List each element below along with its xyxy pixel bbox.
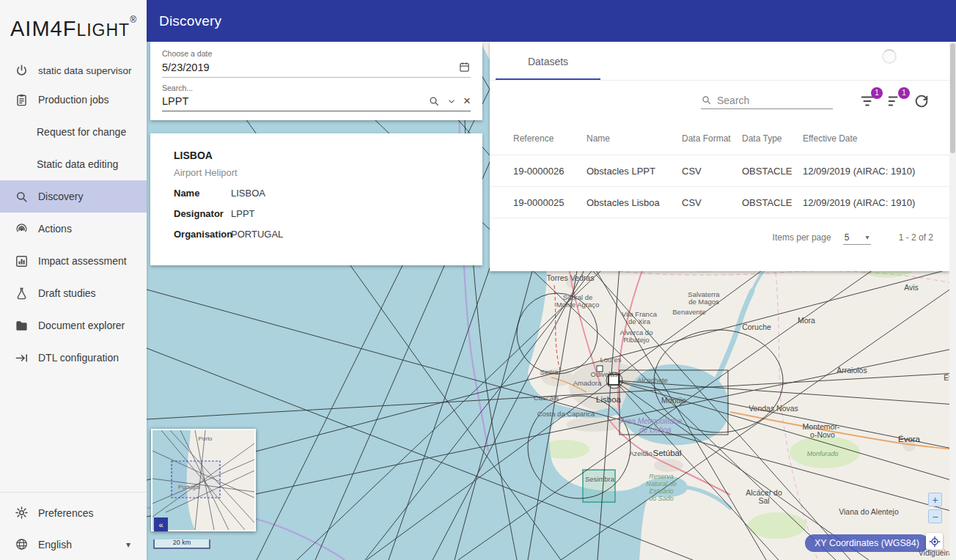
map-place-label: Amadora — [573, 379, 602, 387]
map-place-label: Vendas Novas — [749, 404, 798, 413]
filter-count-badge: 1 — [871, 87, 883, 99]
sidebar-item-static-data-editing[interactable]: Static data editing — [0, 148, 147, 180]
locate-button[interactable] — [926, 533, 943, 550]
feature-field-row: NameLISBOA — [174, 188, 459, 199]
search-icon — [701, 95, 712, 106]
sort-button[interactable]: 1 — [886, 93, 903, 111]
map-place-label: de Lisboa — [639, 426, 672, 434]
feature-subtitle: Airport Heliport — [174, 167, 459, 178]
sidebar-item-draft-studies[interactable]: Draft studies — [0, 277, 147, 309]
table-cell: 19-0000025 — [513, 197, 587, 208]
logo-registered-mark: ® — [130, 15, 136, 25]
feature-field-label: Designator — [174, 208, 231, 219]
map-place-label: Área Metropolitana — [619, 416, 683, 425]
datasets-pagination: Items per page 5 ▾ 1 - 2 of 2 — [490, 218, 949, 257]
feature-fields: NameLISBOADesignatorLPPTOrganisationPORT… — [174, 188, 459, 240]
table-cell: 12/09/2019 (AIRAC: 1910) — [803, 166, 938, 177]
feature-result-card: LISBOA Airport Heliport NameLISBOADesign… — [150, 133, 482, 265]
language-selector[interactable]: English ▾ — [0, 528, 147, 560]
zoom-out-button[interactable]: − — [928, 509, 942, 523]
scrollbar-thumb[interactable] — [950, 43, 955, 153]
overview-minimap[interactable]: PortoPortugal — [151, 429, 256, 531]
logo-text-tail: LIGHT — [76, 21, 130, 40]
map-place-label: Coruche — [742, 323, 771, 331]
sidebar-item-discovery[interactable]: Discovery — [0, 180, 147, 213]
zoom-in-button[interactable]: + — [928, 493, 942, 506]
map-place-label: Costa da Caparica — [537, 410, 595, 418]
datasets-table-body: 19-0000026Obstacles LPPTCSVOBSTACLE12/09… — [490, 155, 949, 218]
map-place-label: Setúbal — [652, 449, 681, 457]
pagination-range: 1 - 2 of 2 — [899, 232, 933, 243]
map-place-label: Avis — [904, 283, 919, 292]
sidebar: AIM4FLIGHT® static data supervisor Produ… — [0, 0, 147, 560]
coordinates-badge[interactable]: XY Coordinates (WGS84) — [805, 534, 929, 552]
gear-icon — [15, 506, 29, 520]
sidebar-item-actions[interactable]: Actions — [0, 213, 147, 245]
table-row[interactable]: 19-0000025Obstacles LisboaCSVOBSTACLE12/… — [490, 186, 949, 218]
map-scalebar: 20 km — [153, 539, 210, 549]
tab-datasets[interactable]: Datasets — [496, 42, 600, 81]
map-place-label: Reserva — [649, 473, 674, 480]
sidebar-item-label: Request for change — [37, 126, 126, 138]
crosshair-icon — [929, 536, 941, 548]
feature-title: LISBOA — [174, 150, 459, 161]
search-field-label: Search... — [162, 84, 471, 92]
feature-field-value: LISBOA — [231, 188, 265, 199]
minimap-collapse-button[interactable]: « — [154, 517, 168, 531]
user-role-row[interactable]: static data supervisor — [0, 57, 147, 84]
refresh-button[interactable] — [913, 93, 930, 111]
map-place-label: Mora — [798, 316, 815, 325]
calendar-icon[interactable] — [458, 61, 471, 73]
table-cell: OBSTACLE — [742, 197, 803, 208]
datasets-header-row: ReferenceNameData FormatData TypeEffecti… — [490, 122, 949, 155]
map-place-label: Estuário — [649, 487, 673, 495]
map-place-label: de Xira — [628, 317, 651, 325]
items-per-page-label: Items per page — [773, 232, 831, 243]
table-cell: CSV — [682, 197, 742, 208]
sidebar-item-label: Discovery — [38, 191, 83, 202]
sidebar-item-impact-assessment[interactable]: Impact assessment — [0, 245, 147, 277]
sidebar-item-request-for-change[interactable]: Request for change — [0, 116, 147, 148]
map-place-label: Azeitão — [629, 449, 652, 457]
minimap-viewport-box[interactable] — [172, 461, 220, 498]
chevron-down-icon: ▾ — [126, 539, 147, 550]
assignment-icon — [15, 93, 29, 107]
chevron-down-icon[interactable] — [446, 96, 457, 106]
power-icon — [15, 64, 29, 78]
feature-search-input[interactable] — [162, 95, 428, 107]
sidebar-item-document-explorer[interactable]: Document explorer — [0, 309, 147, 342]
map-place-label: o-Novo — [810, 430, 835, 439]
map-place-label: Sintra — [540, 368, 559, 376]
user-role-label: static data supervisor — [38, 65, 132, 76]
active-tab-underline — [496, 78, 600, 80]
date-input[interactable] — [162, 62, 458, 73]
table-cell: Obstacles LPPT — [587, 166, 682, 177]
feature-field-row: OrganisationPORTUGAL — [174, 229, 459, 240]
column-header: Data Format — [682, 133, 742, 144]
search-icon[interactable] — [428, 95, 440, 107]
feature-field-value: PORTUGAL — [231, 229, 283, 240]
sidebar-item-dtl-configuration[interactable]: DTL configuration — [0, 342, 147, 374]
sidebar-item-label: Production jobs — [38, 94, 109, 106]
datasets-panel: Datasets 1 — [490, 42, 949, 271]
clear-search-icon[interactable]: × — [463, 96, 471, 106]
language-value: English — [38, 539, 72, 550]
preferences-item[interactable]: Preferences — [0, 497, 147, 528]
scrollbar-track[interactable] — [949, 42, 956, 560]
feature-field-label: Organisation — [174, 229, 231, 240]
map-place-label: Monfurado — [806, 450, 838, 457]
datasets-tab-row: Datasets — [490, 42, 949, 81]
map-place-label: Monte Agraço — [556, 301, 600, 309]
items-per-page-value: 5 — [845, 232, 850, 243]
feature-field-label: Name — [174, 188, 231, 199]
table-row[interactable]: 19-0000026Obstacles LPPTCSVOBSTACLE12/09… — [490, 155, 949, 186]
search-icon — [15, 190, 29, 204]
sidebar-item-production-jobs[interactable]: Production jobs — [0, 84, 147, 116]
sidebar-menu: Production jobsRequest for changeStatic … — [0, 84, 147, 374]
datasets-search-box[interactable] — [701, 95, 833, 109]
datasets-search-input[interactable] — [717, 95, 850, 106]
items-per-page-select[interactable]: 5 ▾ — [843, 231, 871, 245]
filter-button[interactable]: 1 — [858, 93, 876, 111]
chart-icon — [15, 254, 29, 268]
sidebar-item-label: Actions — [38, 223, 72, 235]
